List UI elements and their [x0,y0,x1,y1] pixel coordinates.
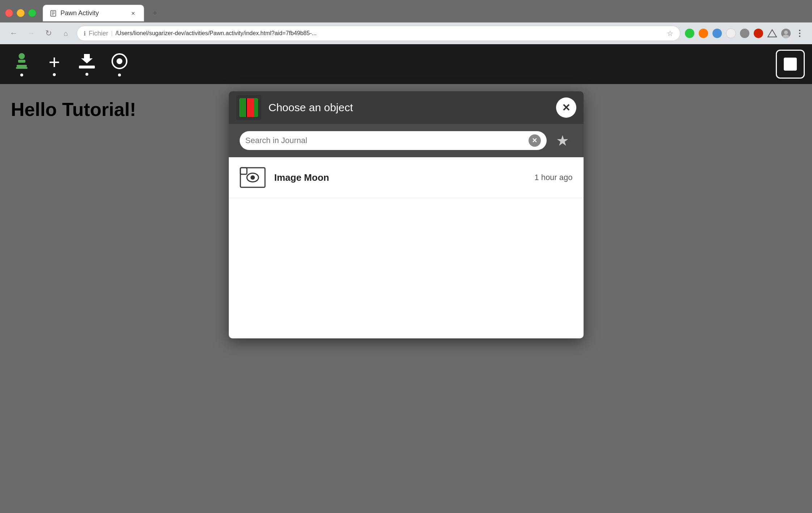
browser-actions [685,28,805,38]
choose-object-modal: Choose an object ✕ ✕ ★ [229,91,584,338]
star-icon: ★ [556,132,569,149]
pawn-button-indicator [20,74,23,76]
svg-rect-21 [79,66,95,68]
close-icon: ✕ [562,102,570,114]
modal-body: Image Moon 1 hour ago [229,157,584,338]
svg-point-13 [783,35,789,39]
activity-toolbar: + [0,44,812,84]
new-tab-button[interactable]: + [147,5,163,21]
activity-icon-button[interactable] [7,50,36,79]
extension-speech-icon[interactable] [740,28,750,38]
record-button-indicator [118,74,121,76]
modal-header: Choose an object ✕ [229,91,584,124]
back-icon: ← [10,29,18,38]
tab-favicon-icon [50,10,57,17]
search-clear-button[interactable]: ✕ [529,134,541,147]
modal-journal-icon [236,95,261,120]
refresh-button[interactable]: ↻ [42,27,55,40]
svg-rect-19 [17,65,27,67]
svg-point-7 [726,29,736,38]
security-icon: ℹ [84,30,86,37]
svg-point-8 [740,29,749,38]
extension-triangle-icon[interactable] [767,28,777,38]
url-protocol: Fichier [89,30,108,37]
add-icon: + [49,52,60,72]
svg-point-4 [685,29,694,38]
journal-item-icon [240,164,266,191]
svg-point-15 [799,33,800,34]
extension-orange-icon[interactable] [698,28,708,38]
svg-point-14 [799,30,800,31]
svg-point-5 [699,29,708,38]
add-button-indicator [53,73,56,76]
modal-search-bar: ✕ ★ [229,124,584,157]
forward-button[interactable]: → [25,27,38,40]
svg-rect-31 [240,168,247,174]
tab-close-button[interactable]: ✕ [129,9,137,17]
tab-bar: Pawn Activity ✕ + [0,0,812,22]
add-button[interactable]: + [40,50,69,79]
extension-green-icon[interactable] [685,28,695,38]
download-icon [77,53,96,71]
refresh-icon: ↻ [45,29,52,38]
journal-item-time: 1 hour ago [534,173,572,182]
stop-button[interactable] [776,50,805,79]
url-separator: | [111,30,113,37]
search-input-wrapper: ✕ [240,131,547,150]
svg-point-16 [799,36,800,37]
home-icon: ⌂ [64,29,68,38]
main-content: Hello Tutorial! Choose an object ✕ [0,84,812,483]
tab-title: Pawn Activity [60,9,126,17]
favorite-filter-button[interactable]: ★ [552,130,573,151]
svg-rect-18 [18,60,25,63]
pawn-icon [12,52,31,72]
svg-point-6 [712,29,722,38]
maximize-window-button[interactable] [28,9,36,17]
traffic-lights [5,9,36,17]
svg-rect-20 [16,67,28,69]
journal-item-name: Image Moon [274,172,526,183]
stop-icon [784,58,797,71]
bookmark-button[interactable]: ☆ [667,29,673,38]
forward-icon: → [27,29,35,38]
home-button[interactable]: ⌂ [59,27,72,40]
extension-blue-icon[interactable] [712,28,722,38]
modal-close-button[interactable]: ✕ [556,97,576,118]
modal-title: Choose an object [269,101,549,114]
save-button-indicator [85,73,88,76]
search-input[interactable] [245,136,525,145]
minimize-window-button[interactable] [17,9,25,17]
profile-avatar[interactable] [781,28,791,38]
record-button[interactable] [105,50,134,79]
modal-overlay: Choose an object ✕ ✕ ★ [0,84,812,483]
svg-point-24 [117,58,122,64]
svg-marker-10 [768,30,777,37]
save-button[interactable] [72,50,101,79]
svg-point-12 [784,30,788,34]
back-button[interactable]: ← [7,27,20,40]
clear-icon: ✕ [532,137,537,145]
svg-point-17 [19,53,25,59]
active-tab[interactable]: Pawn Activity ✕ [43,5,144,21]
journal-item[interactable]: Image Moon 1 hour ago [229,157,584,198]
close-window-button[interactable] [5,9,13,17]
svg-point-30 [251,175,255,180]
browser-frame: Pawn Activity ✕ + ← → ↻ ⌂ ℹ Fichier | /U… [0,0,812,44]
svg-point-9 [754,29,763,38]
address-bar-row: ← → ↻ ⌂ ℹ Fichier | /Users/lionel/sugari… [0,22,812,44]
address-box[interactable]: ℹ Fichier | /Users/lionel/sugarizer-dev/… [77,26,680,41]
extension-red-icon[interactable] [753,28,763,38]
svg-marker-22 [81,54,93,63]
record-icon [110,52,129,72]
browser-menu-button[interactable] [795,28,805,38]
extension-white-icon[interactable] [726,28,736,38]
url-text[interactable]: /Users/lionel/sugarizer-dev/activities/P… [115,30,664,37]
svg-rect-26 [247,98,254,117]
